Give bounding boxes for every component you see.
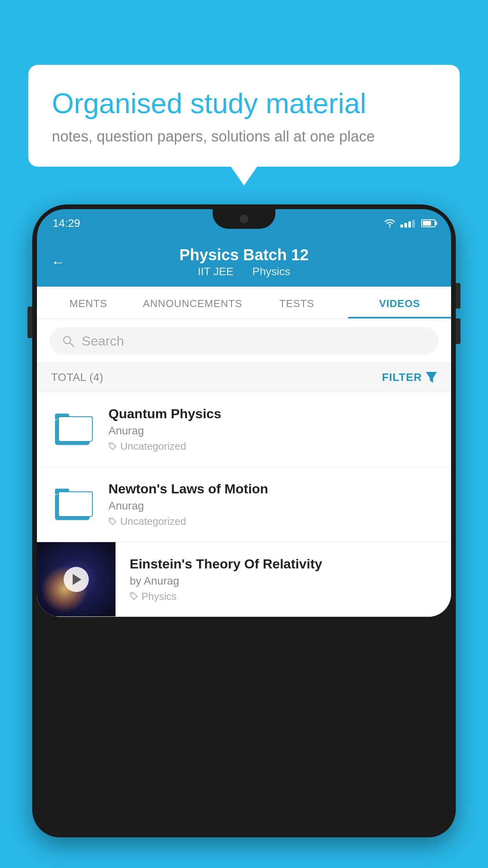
video-info-2: Newton's Laws of Motion Anurag Uncategor… — [108, 481, 437, 528]
svg-marker-3 — [426, 372, 437, 383]
app-header: ← Physics Batch 12 IIT JEE Physics — [37, 237, 451, 287]
bubble-subtitle: notes, question papers, solutions all at… — [52, 128, 436, 145]
svg-point-5 — [110, 519, 112, 520]
video-title-3: Einstein's Theory Of Relativity — [130, 556, 437, 572]
phone-screen: ← Physics Batch 12 IIT JEE Physics MENTS… — [37, 237, 451, 617]
header-title: Physics Batch 12 — [179, 246, 308, 264]
speech-bubble: Organised study material notes, question… — [28, 65, 460, 167]
video-item-2[interactable]: Newton's Laws of Motion Anurag Uncategor… — [37, 467, 451, 542]
svg-point-0 — [389, 226, 391, 228]
tab-announcements[interactable]: ANNOUNCEMENTS — [140, 287, 246, 318]
signal-bars — [400, 219, 415, 228]
video-title-2: Newton's Laws of Motion — [108, 481, 437, 497]
bubble-title: Organised study material — [52, 86, 436, 120]
camera-dot — [240, 215, 248, 223]
search-placeholder: Search — [82, 333, 124, 349]
wifi-icon — [384, 219, 396, 228]
video-info-1: Quantum Physics Anurag Uncategorized — [108, 406, 437, 452]
search-bar[interactable]: Search — [50, 327, 438, 355]
filter-button[interactable]: FILTER — [382, 371, 437, 384]
video-tag-1: Uncategorized — [108, 440, 437, 452]
phone-notch — [213, 209, 275, 229]
subtitle-part2: Physics — [252, 265, 290, 278]
video-author-2: Anurag — [108, 500, 437, 512]
video-thumb-1 — [51, 408, 94, 451]
search-container: Search — [37, 319, 451, 363]
phone-frame: 14:29 — [32, 204, 456, 868]
header-subtitle: IIT JEE Physics — [194, 265, 294, 278]
status-time: 14:29 — [53, 217, 80, 230]
tab-bar: MENTS ANNOUNCEMENTS TESTS VIDEOS — [37, 287, 451, 319]
video-item-1[interactable]: Quantum Physics Anurag Uncategorized — [37, 392, 451, 467]
tab-videos[interactable]: VIDEOS — [348, 287, 451, 318]
play-button[interactable] — [64, 567, 89, 592]
video-title-1: Quantum Physics — [108, 406, 437, 421]
back-button[interactable]: ← — [51, 254, 65, 270]
video-thumb-2 — [51, 483, 94, 526]
battery-icon — [421, 219, 435, 227]
tab-tests[interactable]: TESTS — [246, 287, 349, 318]
search-icon — [61, 334, 75, 348]
tag-icon — [108, 442, 117, 451]
tab-ments[interactable]: MENTS — [37, 287, 140, 318]
svg-line-2 — [70, 343, 74, 347]
subtitle-part1: IIT JEE — [198, 265, 233, 278]
svg-point-6 — [132, 594, 133, 595]
video-author-3: by Anurag — [130, 575, 437, 587]
phone-outer: 14:29 — [32, 204, 456, 837]
svg-point-4 — [110, 444, 112, 445]
tag-icon-3 — [130, 592, 138, 601]
total-count: TOTAL (4) — [51, 371, 103, 384]
video-author-1: Anurag — [108, 425, 437, 437]
filter-icon — [426, 372, 437, 383]
video-tag-3: Physics — [130, 590, 437, 603]
volume-down-button — [456, 318, 460, 344]
status-bar: 14:29 — [37, 209, 451, 237]
video-list: Quantum Physics Anurag Uncategorized — [37, 392, 451, 617]
power-button — [28, 307, 32, 338]
status-icons — [384, 219, 435, 228]
filter-row: TOTAL (4) FILTER — [37, 363, 451, 392]
video-info-3: Einstein's Theory Of Relativity by Anura… — [130, 545, 437, 614]
video-item-3[interactable]: Einstein's Theory Of Relativity by Anura… — [37, 542, 451, 617]
video-thumbnail-3 — [37, 542, 116, 617]
video-tag-2: Uncategorized — [108, 515, 437, 528]
speech-bubble-section: Organised study material notes, question… — [28, 65, 460, 167]
volume-up-button — [456, 283, 460, 309]
tag-icon-2 — [108, 517, 117, 526]
